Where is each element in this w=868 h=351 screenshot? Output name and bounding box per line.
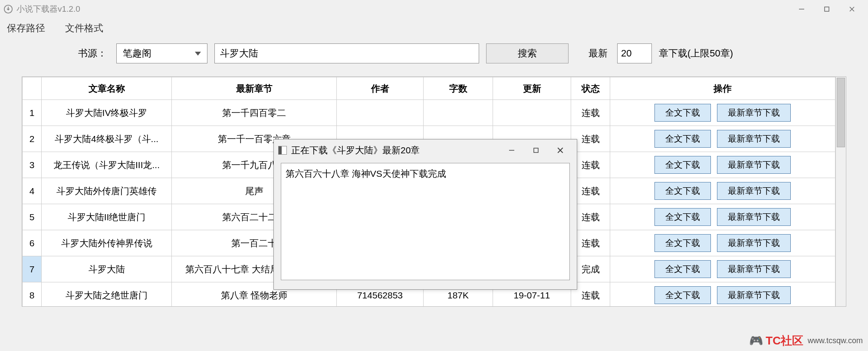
header-title: 文章名称 [42, 77, 172, 100]
header-update: 更新 [493, 77, 571, 100]
menu-file-format[interactable]: 文件格式 [65, 23, 103, 33]
search-button[interactable]: 搜索 [486, 43, 569, 63]
row-actions: 全文下载最新章节下载 [610, 178, 835, 204]
search-input[interactable] [214, 43, 479, 63]
latest-download-button[interactable]: 最新章节下载 [717, 156, 791, 174]
row-title: 斗罗大陆外传神界传说 [42, 230, 172, 256]
row-title: 斗罗大陆IV终极斗罗 [42, 100, 172, 126]
row-idx: 4 [23, 178, 42, 204]
row-idx: 8 [23, 282, 42, 307]
full-download-button[interactable]: 全文下载 [654, 130, 711, 148]
latest-download-button[interactable]: 最新章节下载 [717, 130, 791, 148]
searchbar: 书源： 笔趣阁 搜索 最新 章下载(上限50章) [0, 43, 868, 76]
row-idx: 1 [23, 100, 42, 126]
row-author [337, 100, 424, 126]
svg-rect-2 [825, 7, 829, 11]
row-actions: 全文下载最新章节下载 [610, 100, 835, 126]
latest-download-button[interactable]: 最新章节下载 [717, 208, 791, 226]
header-chapter: 最新章节 [172, 77, 337, 100]
row-idx: 6 [23, 230, 42, 256]
full-download-button[interactable]: 全文下载 [654, 286, 711, 304]
row-title: 斗罗大陆 [42, 256, 172, 282]
latest-download-button[interactable]: 最新章节下载 [717, 260, 791, 278]
chevron-down-icon [195, 52, 201, 56]
latest-download-button[interactable]: 最新章节下载 [717, 234, 791, 252]
window-title: 小说下载器v1.2.0 [16, 3, 789, 15]
source-value: 笔趣阁 [123, 47, 151, 60]
app-icon [3, 4, 13, 14]
row-title: 斗罗大陆4终极斗罗（斗... [42, 126, 172, 152]
dialog-minimize-button[interactable] [500, 139, 524, 161]
full-download-button[interactable]: 全文下载 [654, 104, 711, 122]
watermark-text: TC社区 [766, 333, 803, 348]
watermark-icon: 🎮 [749, 334, 763, 348]
row-title: 斗罗大陆II绝世唐门 [42, 204, 172, 230]
menu-save-path[interactable]: 保存路径 [7, 23, 45, 33]
full-download-button[interactable]: 全文下载 [654, 156, 711, 174]
dialog-log[interactable] [281, 163, 570, 280]
dialog-icon [278, 146, 287, 155]
row-idx: 3 [23, 152, 42, 178]
full-download-button[interactable]: 全文下载 [654, 260, 711, 278]
table-header-row: 文章名称 最新章节 作者 字数 更新 状态 操作 [23, 77, 835, 100]
maximize-button[interactable] [814, 0, 839, 18]
header-actions: 操作 [610, 77, 835, 100]
latest-download-button[interactable]: 最新章节下载 [717, 286, 791, 304]
table-row[interactable]: 1斗罗大陆IV终极斗罗第一千四百零二连载全文下载最新章节下载 [23, 100, 835, 126]
row-actions: 全文下载最新章节下载 [610, 230, 835, 256]
row-update [493, 100, 571, 126]
dialog-title: 正在下载《斗罗大陆》最新20章 [291, 144, 500, 156]
window-controls [789, 0, 865, 18]
header-words: 字数 [424, 77, 493, 100]
row-idx: 7 [23, 256, 42, 282]
menubar: 保存路径 文件格式 [0, 18, 868, 43]
latest-download-button[interactable]: 最新章节下载 [717, 182, 791, 200]
row-actions: 全文下载最新章节下载 [610, 126, 835, 152]
header-author: 作者 [337, 77, 424, 100]
row-title: 斗罗大陆外传唐门英雄传 [42, 178, 172, 204]
scrollbar-thumb[interactable] [837, 78, 845, 147]
latest-label: 最新 [589, 47, 608, 60]
vertical-scrollbar[interactable] [835, 77, 846, 306]
titlebar: 小说下载器v1.2.0 [0, 0, 868, 18]
row-actions: 全文下载最新章节下载 [610, 282, 835, 307]
header-status: 状态 [571, 77, 610, 100]
row-status: 连载 [571, 100, 610, 126]
latest-count-input[interactable] [617, 43, 652, 63]
row-idx: 2 [23, 126, 42, 152]
full-download-button[interactable]: 全文下载 [654, 182, 711, 200]
limit-label: 章下载(上限50章) [659, 47, 733, 60]
latest-download-button[interactable]: 最新章节下载 [717, 104, 791, 122]
dialog-close-button[interactable] [548, 139, 572, 161]
full-download-button[interactable]: 全文下载 [654, 234, 711, 252]
full-download-button[interactable]: 全文下载 [654, 208, 711, 226]
row-title: 龙王传说（斗罗大陆III龙... [42, 152, 172, 178]
dialog-maximize-button[interactable] [524, 139, 548, 161]
row-idx: 5 [23, 204, 42, 230]
row-words [424, 100, 493, 126]
row-actions: 全文下载最新章节下载 [610, 204, 835, 230]
svg-rect-6 [534, 148, 538, 152]
row-actions: 全文下载最新章节下载 [610, 152, 835, 178]
source-label: 书源： [78, 47, 107, 60]
row-chapter: 第一千四百零二 [172, 100, 337, 126]
download-dialog: 正在下载《斗罗大陆》最新20章 [273, 139, 577, 290]
close-button[interactable] [839, 0, 865, 18]
row-title: 斗罗大陆之绝世唐门 [42, 282, 172, 307]
header-idx [23, 77, 42, 100]
row-actions: 全文下载最新章节下载 [610, 256, 835, 282]
watermark: 🎮 TC社区 www.tcsqw.com [749, 333, 863, 348]
watermark-url: www.tcsqw.com [808, 336, 863, 345]
dialog-titlebar[interactable]: 正在下载《斗罗大陆》最新20章 [274, 139, 577, 161]
minimize-button[interactable] [789, 0, 814, 18]
source-select[interactable]: 笔趣阁 [116, 43, 207, 63]
